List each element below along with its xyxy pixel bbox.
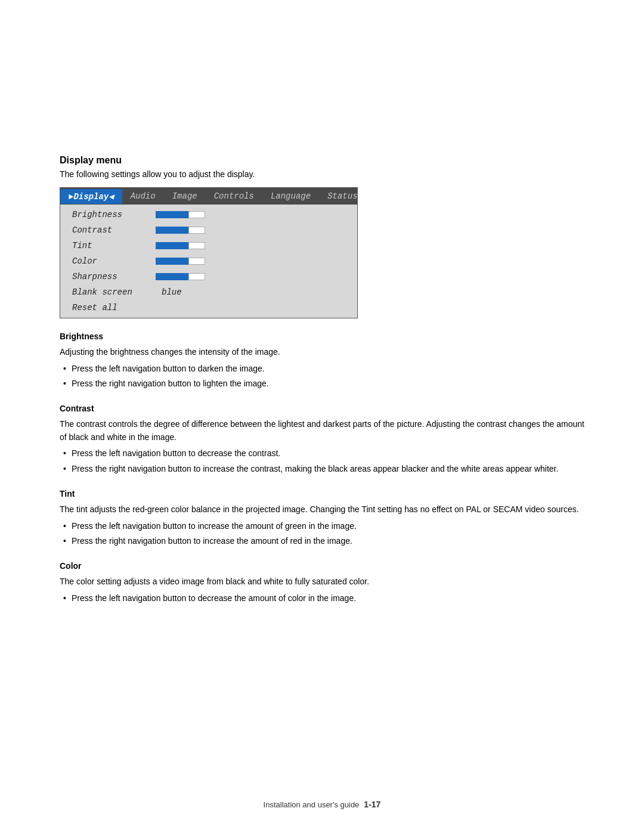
arrow-left-icon: ► <box>69 192 73 202</box>
sharpness-bar <box>156 273 205 280</box>
menu-tab-controls[interactable]: Controls <box>206 189 262 203</box>
top-spacer <box>60 36 584 155</box>
contrast-bullet-2: Press the right navigation button to inc… <box>60 463 584 476</box>
tint-bullet-2: Press the right navigation button to inc… <box>60 535 584 548</box>
menu-row-blank-screen[interactable]: Blank screen blue <box>60 284 357 300</box>
bar-blue-contrast <box>156 227 188 234</box>
brightness-bullet-1: Press the left navigation button to dark… <box>60 363 584 376</box>
menu-tab-image[interactable]: Image <box>164 189 206 203</box>
menu-row-brightness[interactable]: Brightness <box>60 207 357 222</box>
menu-row-tint[interactable]: Tint <box>60 238 357 253</box>
menu-tabs: ►Display◀ Audio Image Controls Language … <box>60 188 357 205</box>
menu-row-reset-all-label: Reset all <box>72 303 156 312</box>
bar-white-contrast <box>188 227 205 234</box>
bar-white-tint <box>188 242 205 249</box>
color-bar <box>156 258 205 265</box>
menu-row-brightness-label: Brightness <box>72 210 156 219</box>
menu-row-color[interactable]: Color <box>60 253 357 269</box>
section-title: Display menu <box>60 155 584 166</box>
menu-row-blank-screen-label: Blank screen <box>72 287 156 297</box>
footer-text: Installation and user's guide <box>264 800 360 809</box>
contrast-para-1: The contrast controls the degree of diff… <box>60 418 584 444</box>
bar-blue-tint <box>156 242 188 249</box>
page-container: Display menu The following settings allo… <box>0 0 644 833</box>
contrast-bar <box>156 227 205 234</box>
contrast-bullet-1: Press the left navigation button to decr… <box>60 447 584 460</box>
menu-row-sharpness-label: Sharpness <box>72 272 156 281</box>
footer-page-number: 1-17 <box>364 800 380 809</box>
tint-bullet-1: Press the left navigation button to incr… <box>60 520 584 533</box>
menu-row-reset-all[interactable]: Reset all <box>60 300 357 315</box>
menu-body: Brightness Contrast Tint <box>60 205 357 318</box>
brightness-heading: Brightness <box>60 332 584 341</box>
brightness-bullet-2: Press the right navigation button to lig… <box>60 377 584 391</box>
tint-section: Tint The tint adjusts the red-green colo… <box>60 489 584 548</box>
bar-blue-brightness <box>156 211 188 218</box>
bar-white-color <box>188 258 205 265</box>
color-bullet-1: Press the left navigation button to decr… <box>60 592 584 605</box>
menu-row-color-label: Color <box>72 256 156 266</box>
brightness-section: Brightness Adjusting the brightness chan… <box>60 332 584 391</box>
tint-heading: Tint <box>60 489 584 498</box>
color-section: Color The color setting adjusts a video … <box>60 561 584 605</box>
menu-row-sharpness[interactable]: Sharpness <box>60 269 357 284</box>
color-heading: Color <box>60 561 584 571</box>
display-menu-section: Display menu The following settings allo… <box>60 155 584 318</box>
menu-row-contrast[interactable]: Contrast <box>60 222 357 238</box>
section-intro: The following settings allow you to adju… <box>60 169 584 179</box>
menu-row-tint-label: Tint <box>72 241 156 250</box>
blank-screen-value: blue <box>162 287 182 297</box>
bar-blue-sharpness <box>156 273 188 280</box>
menu-tab-status[interactable]: Status <box>319 189 366 203</box>
contrast-heading: Contrast <box>60 404 584 413</box>
brightness-bar <box>156 211 205 218</box>
tint-bar <box>156 242 205 249</box>
menu-tab-language[interactable]: Language <box>262 189 319 203</box>
menu-tab-display[interactable]: ►Display◀ <box>60 189 122 204</box>
bar-white-sharpness <box>188 273 205 280</box>
menu-ui: ►Display◀ Audio Image Controls Language … <box>60 187 358 318</box>
brightness-para-1: Adjusting the brightness changes the int… <box>60 346 584 359</box>
menu-row-contrast-label: Contrast <box>72 225 156 235</box>
color-para-1: The color setting adjusts a video image … <box>60 575 584 589</box>
menu-tab-audio[interactable]: Audio <box>122 189 164 203</box>
tint-para-1: The tint adjusts the red-green color bal… <box>60 503 584 516</box>
page-footer: Installation and user's guide 1-17 <box>0 800 644 809</box>
arrow-right-icon: ◀ <box>109 192 113 202</box>
bar-white-brightness <box>188 211 205 218</box>
bar-blue-color <box>156 258 188 265</box>
contrast-section: Contrast The contrast controls the degre… <box>60 404 584 476</box>
